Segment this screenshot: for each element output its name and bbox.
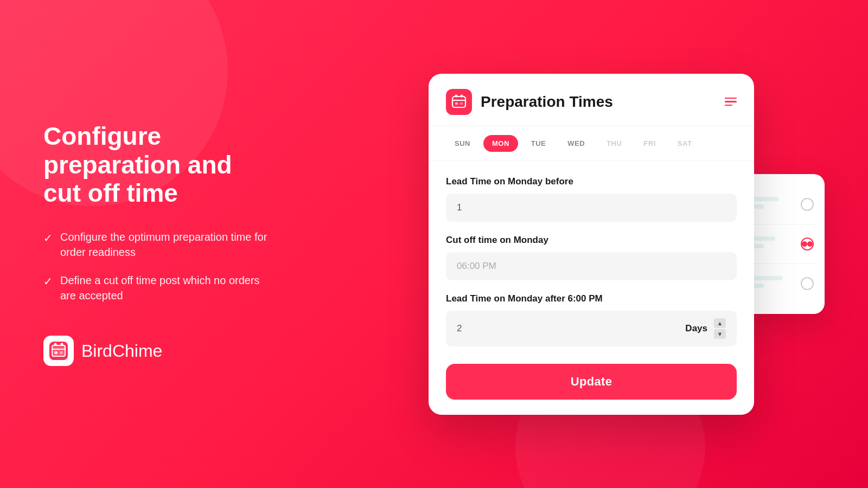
spinner-unit: Days	[685, 323, 707, 334]
main-card: Preparation Times SUN MON TUE WED THU FR…	[429, 74, 754, 415]
tab-fri[interactable]: FRI	[635, 135, 664, 152]
svg-rect-8	[452, 97, 465, 107]
svg-rect-6	[54, 351, 58, 354]
product-radio-2[interactable]	[801, 237, 814, 251]
tab-sat[interactable]: SAT	[669, 135, 701, 152]
card-title: Preparation Times	[481, 93, 613, 111]
feature-text-1: Configure the optimum preparation time f…	[60, 229, 271, 260]
svg-rect-7	[60, 351, 63, 354]
card-header: Preparation Times	[429, 74, 754, 126]
tab-sun[interactable]: SUN	[446, 135, 479, 152]
svg-rect-13	[460, 102, 463, 105]
brand-name: BirdChime	[81, 341, 162, 361]
cutoff-label: Cut off time on Monday	[446, 235, 737, 246]
feature-text-2: Define a cut off time post which no orde…	[60, 273, 271, 303]
spinner-value: 2	[457, 323, 685, 334]
brand: BirdChime	[43, 336, 271, 366]
svg-point-4	[54, 343, 57, 346]
lead-time-before-label: Lead Time on Monday before	[446, 176, 737, 187]
svg-rect-12	[455, 102, 458, 105]
right-panel: 🧁 🎂 🍰	[315, 52, 868, 436]
tab-thu[interactable]: THU	[598, 135, 630, 152]
feature-item-1: ✓ Configure the optimum preparation time…	[43, 229, 271, 260]
svg-point-11	[461, 94, 463, 97]
left-panel: Configure preparation and cut off time ✓…	[0, 89, 315, 399]
day-tabs: SUN MON TUE WED THU FRI SAT	[429, 126, 754, 161]
menu-icon[interactable]	[725, 98, 737, 106]
svg-point-5	[61, 343, 63, 346]
feature-list: ✓ Configure the optimum preparation time…	[43, 229, 271, 303]
lead-time-after-label: Lead Time on Monday after 6:00 PM	[446, 293, 737, 304]
tab-wed[interactable]: WED	[559, 135, 593, 152]
product-radio-3[interactable]	[801, 277, 814, 290]
hero-heading: Configure preparation and cut off time	[43, 122, 271, 208]
tab-tue[interactable]: TUE	[522, 135, 555, 152]
app-icon	[446, 89, 472, 115]
check-icon-2: ✓	[43, 274, 53, 289]
svg-point-10	[455, 94, 458, 97]
brand-icon	[43, 336, 74, 366]
product-radio-1[interactable]	[801, 198, 814, 211]
svg-rect-1	[52, 345, 65, 356]
update-button[interactable]: Update	[446, 364, 737, 400]
spinner-up-button[interactable]: ▲	[714, 318, 726, 328]
feature-item-2: ✓ Define a cut off time post which no or…	[43, 273, 271, 303]
check-icon-1: ✓	[43, 230, 53, 246]
spinner-down-button[interactable]: ▼	[714, 329, 726, 339]
card-body: Lead Time on Monday before Cut off time …	[429, 161, 754, 415]
lead-time-before-input[interactable]	[446, 194, 737, 222]
tab-mon[interactable]: MON	[483, 135, 518, 152]
cutoff-input[interactable]	[446, 252, 737, 280]
lead-time-after-spinner: 2 Days ▲ ▼	[446, 311, 737, 346]
